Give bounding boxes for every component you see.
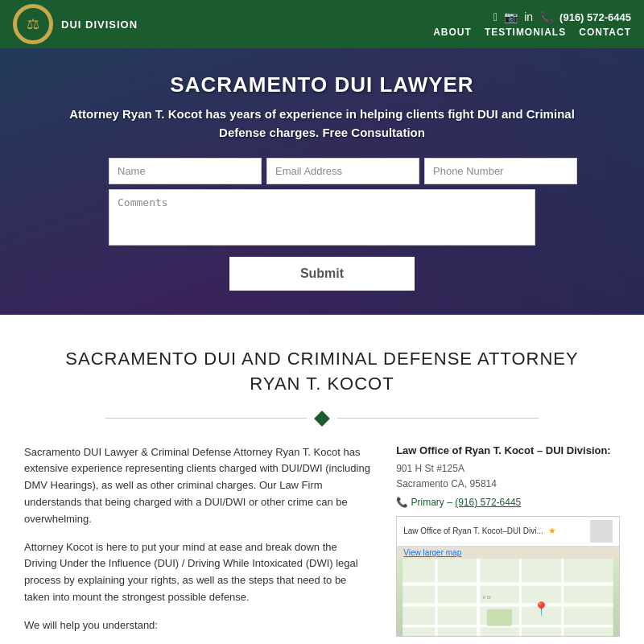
firm-name: Law Office of Ryan T. Kocot – DUI Divisi… [396, 444, 620, 456]
site-header: ⚖ DUI DIVISION  📷 in 📞 (916) 572-6445 A… [0, 0, 644, 48]
paragraph-2: Attorney Kocot is here to put your mind … [24, 539, 372, 606]
map-container: Law Office of Ryan T. Kocot–DUI Divi... … [396, 516, 620, 637]
divider-line-right [337, 418, 539, 419]
facebook-icon[interactable]:  [493, 10, 497, 23]
map-header-left: Law Office of Ryan T. Kocot–DUI Divi... … [403, 526, 556, 536]
divider-line-left [105, 418, 307, 419]
map-larger-link[interactable]: View larger map [397, 547, 619, 559]
hero-content: SACRAMENTO DUI LAWYER Attorney Ryan T. K… [48, 72, 596, 291]
svg-text:H St: H St [483, 595, 492, 600]
form-row-1 [109, 158, 535, 184]
main-section: SACRAMENTO DUI AND CRIMINAL DEFENSE ATTO… [0, 315, 644, 644]
map-thumb [590, 520, 613, 543]
phone-input[interactable] [424, 158, 577, 184]
dui-division-label: DUI DIVISION [61, 19, 138, 31]
instagram-icon[interactable]: 📷 [504, 10, 518, 23]
submit-button[interactable]: Submit [229, 257, 415, 291]
map-business-name: Law Office of Ryan T. Kocot–DUI Divi... [403, 526, 543, 535]
header-left: ⚖ DUI DIVISION [13, 4, 138, 44]
linkedin-icon[interactable]: in [524, 10, 533, 23]
content-columns: Sacramento DUI Lawyer & Criminal Defense… [24, 444, 620, 644]
svg-text:📍: 📍 [533, 601, 550, 617]
main-title: SACRAMENTO DUI AND CRIMINAL DEFENSE ATTO… [24, 347, 620, 397]
map-svg: H St 📍 [397, 559, 619, 637]
map-header: Law Office of Ryan T. Kocot–DUI Divi... … [397, 517, 619, 547]
paragraph-1: Sacramento DUI Lawyer & Criminal Defense… [24, 444, 372, 528]
header-right:  📷 in 📞 (916) 572-6445 ABOUT TESTIMONIA… [433, 10, 631, 38]
sidebar-phone: 📞 Primary – (916) 572-6445 [396, 497, 620, 508]
contact-form: Submit [109, 158, 535, 291]
map-body: H St 📍 [397, 559, 619, 637]
logo-icon: ⚖ [15, 6, 51, 42]
map-star: ★ [548, 526, 556, 536]
divider [24, 413, 620, 424]
hero-subtitle: Attorney Ryan T. Kocot has years of expe… [48, 105, 596, 142]
content-right: Law Office of Ryan T. Kocot – DUI Divisi… [396, 444, 620, 644]
svg-rect-9 [487, 609, 512, 626]
social-phone-bar:  📷 in 📞 (916) 572-6445 [493, 10, 631, 23]
main-nav: ABOUT TESTIMONIALS CONTACT [433, 27, 631, 38]
name-input[interactable] [109, 158, 262, 184]
diamond-icon [314, 411, 330, 427]
sidebar-phone-link[interactable]: (916) 572-6445 [455, 497, 521, 508]
comments-input[interactable] [109, 189, 535, 246]
phone-number[interactable]: (916) 572-6445 [559, 11, 631, 23]
hero-title: SACRAMENTO DUI LAWYER [48, 72, 596, 97]
nav-contact[interactable]: CONTACT [579, 27, 631, 38]
phone-icon: 📞 [539, 10, 553, 23]
sidebar-box: Law Office of Ryan T. Kocot – DUI Divisi… [396, 444, 620, 637]
email-input[interactable] [266, 158, 419, 184]
content-left: Sacramento DUI Lawyer & Criminal Defense… [24, 444, 372, 644]
logo: ⚖ [13, 4, 53, 44]
address: 901 H St #125A Sacramento CA, 95814 [396, 461, 620, 492]
hero-section: SACRAMENTO DUI LAWYER Attorney Ryan T. K… [0, 48, 644, 315]
paragraph-3: We will help you understand: [24, 617, 372, 634]
nav-about[interactable]: ABOUT [433, 27, 472, 38]
phone-icon-small: 📞 [396, 497, 408, 508]
nav-testimonials[interactable]: TESTIMONIALS [485, 27, 566, 38]
